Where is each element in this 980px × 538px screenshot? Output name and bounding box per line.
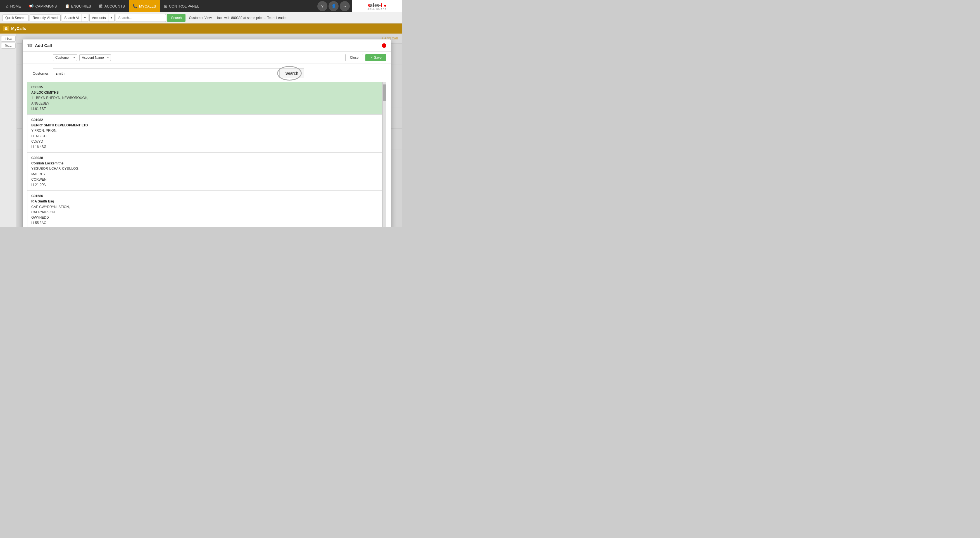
filter-customer-wrap[interactable]: Customer (53, 54, 77, 61)
help-button[interactable]: ? (317, 1, 328, 11)
recently-viewed-button[interactable]: Recently Viewed (30, 14, 60, 21)
result-postcode-3: LL55 3AC (31, 220, 378, 226)
nav-campaigns[interactable]: 📢 CAMPAIGNS (25, 0, 60, 12)
customer-search-row: Customer: Search (27, 68, 387, 78)
sidebar-inbox[interactable]: Inbox (1, 36, 16, 42)
nav-controlpanel[interactable]: ⊞ CONTROL PANEL (160, 0, 203, 12)
accounts-label: Accounts (90, 16, 108, 20)
search-all-select[interactable]: Search All ▼ (62, 14, 88, 22)
sidebar-today[interactable]: Tod... (1, 43, 16, 49)
result-addr-0: 11 BRYN RHEDYN, NEWBOROUGH, (31, 95, 378, 101)
main-area: Inbox Tod... + Add Call 1 1 1 (t) 1 (0, 34, 402, 227)
content-area: + Add Call 1 1 1 (t) 1 1 (17, 34, 402, 227)
result-code-0: C00535 (31, 85, 378, 90)
campaigns-icon: 📢 (29, 4, 33, 8)
search-btn-wrap: Search (279, 68, 304, 78)
accounts-select[interactable]: Accounts ▼ (89, 14, 115, 22)
brand-logo: sales-i ● SELL SMART (352, 0, 402, 12)
result-postcode-1: LL16 4SG (31, 144, 378, 150)
result-name-0: A5 LOCKSMITHS (31, 90, 378, 95)
result-addr-2: YSGUBOR UCHAF, CYSULOG, (31, 166, 378, 171)
customer-view-label: Customer View (187, 16, 214, 20)
results-content: C00535 A5 LOCKSMITHS 11 BRYN RHEDYN, NEW… (27, 81, 382, 227)
nav-home-label: HOME (10, 4, 21, 8)
enquiries-icon: 📋 (65, 4, 70, 8)
search-all-arrow[interactable]: ▼ (81, 14, 88, 22)
result-item-2[interactable]: C03038 Cornish Locksmiths YSGUBOR UCHAF,… (27, 153, 382, 191)
nav-accounts-label: ACCOUNTS (105, 4, 125, 8)
mycalls-bar-icon: ☎ (3, 26, 9, 31)
result-city-3: CAERNARFON (31, 210, 378, 215)
nav-mycalls-label: MYCALLS (139, 4, 156, 8)
modal-record-dot[interactable] (382, 43, 387, 48)
customer-search-input[interactable] (53, 68, 279, 78)
result-code-2: C03038 (31, 155, 378, 161)
nav-enquiries-label: ENQUIRIES (71, 4, 91, 8)
filter-account-name-select[interactable]: Account Name (80, 54, 111, 61)
result-code-1: C01082 (31, 117, 378, 123)
logout-button[interactable]: → (340, 1, 350, 11)
result-name-3: R A Smith Esq (31, 199, 378, 204)
modal-overlay: ☎ Add Call Customer (17, 34, 402, 227)
nav-enquiries[interactable]: 📋 ENQUIRIES (61, 0, 95, 12)
inbox-label: Inbox (3, 37, 14, 40)
modal-body: Customer: Search (22, 64, 391, 227)
result-county-1: CLWYD (31, 139, 378, 144)
result-name-2: Cornish Locksmiths (31, 161, 378, 166)
nav-accounts[interactable]: 🏛 ACCOUNTS (95, 0, 129, 12)
customer-label: Customer: (27, 71, 49, 75)
result-city-2: MAERDY (31, 172, 378, 177)
toolbar-search-input[interactable] (116, 14, 166, 22)
mycalls-bar: ☎ MyCalls (0, 24, 402, 34)
customer-search-button[interactable]: Search (279, 68, 304, 78)
nav-mycalls[interactable]: 📞 MYCALLS (129, 0, 160, 12)
modal-close-button[interactable]: Close (345, 54, 363, 61)
result-county-3: GWYNEDD (31, 215, 378, 220)
result-item-1[interactable]: C01082 BERRY SMITH DEVELOPMENT LTD Y FRO… (27, 115, 382, 153)
quick-search-button[interactable]: Quick Search (2, 14, 29, 21)
modal-action-bar: Customer Account Name Close ✓ Save (22, 52, 391, 64)
filter-account-name-wrap[interactable]: Account Name (80, 54, 111, 61)
result-city-0: ANGLESEY (31, 101, 378, 106)
today-label: Tod... (3, 44, 14, 47)
accounts-icon: 🏛 (99, 4, 103, 8)
results-scroll-area: C00535 A5 LOCKSMITHS 11 BRYN RHEDYN, NEW… (27, 81, 387, 227)
info-text: lace with 800339 at same price... Team L… (215, 16, 289, 20)
sidebar: Inbox Tod... (0, 34, 17, 227)
nav-campaigns-label: CAMPAIGNS (35, 4, 57, 8)
result-item-3[interactable]: C01586 R A Smith Esq CAE GWYDRYN, SEION,… (27, 191, 382, 227)
results-scrollbar[interactable] (382, 81, 387, 227)
user-button[interactable]: 👤 (329, 1, 339, 11)
modal-title-text: Add Call (35, 43, 380, 48)
result-county-2: CORWEN (31, 177, 378, 182)
home-icon: ⌂ (6, 4, 8, 8)
result-addr-1: Y FRON, PRION, (31, 128, 378, 133)
nav-home[interactable]: ⌂ HOME (2, 0, 25, 12)
results-list: C00535 A5 LOCKSMITHS 11 BRYN RHEDYN, NEW… (27, 81, 382, 227)
modal-save-button[interactable]: ✓ Save (365, 54, 387, 61)
result-city-1: DENBIGH (31, 134, 378, 139)
customer-search-wrap: Search (53, 68, 304, 78)
toolbar-search-button[interactable]: Search (167, 14, 186, 22)
result-addr-3: CAE GWYDRYN, SEION, (31, 204, 378, 210)
filter-customer-select[interactable]: Customer (53, 54, 77, 61)
modal-title-bar: ☎ Add Call (22, 40, 391, 52)
result-postcode-0: LL61 6ST (31, 106, 378, 112)
result-code-3: C01586 (31, 193, 378, 199)
result-name-1: BERRY SMITH DEVELOPMENT LTD (31, 123, 378, 128)
scrollbar-thumb (383, 85, 387, 101)
add-call-modal: ☎ Add Call Customer (22, 39, 391, 227)
accounts-arrow[interactable]: ▼ (108, 14, 115, 22)
result-postcode-2: LL21 0PA (31, 182, 378, 188)
nav-controlpanel-label: CONTROL PANEL (169, 4, 199, 8)
toolbar: Quick Search Recently Viewed Search All … (0, 12, 402, 24)
search-all-label: Search All (62, 16, 81, 20)
modal-phone-icon: ☎ (27, 43, 33, 48)
result-item-0[interactable]: C00535 A5 LOCKSMITHS 11 BRYN RHEDYN, NEW… (27, 82, 382, 115)
mycalls-bar-title: MyCalls (11, 26, 26, 31)
controlpanel-icon: ⊞ (164, 4, 167, 8)
mycalls-icon: 📞 (133, 4, 137, 8)
